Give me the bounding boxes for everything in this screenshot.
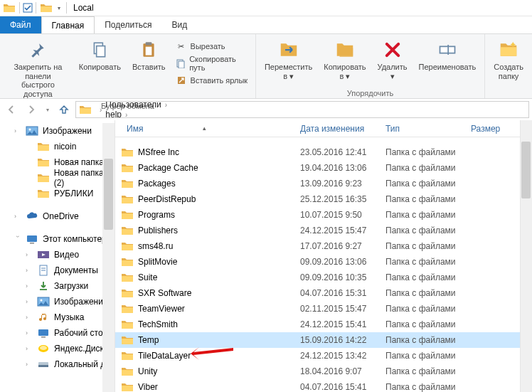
nav-item[interactable]: РУБЛИКИ (0, 186, 115, 201)
file-row[interactable]: PeerDistRepub25.12.2015 16:35Папка с фай… (115, 191, 532, 207)
tab-share[interactable]: Поделиться (95, 16, 161, 33)
file-name: Publishers (138, 226, 178, 235)
file-date: 24.12.2015 15:47 (294, 226, 380, 235)
col-name[interactable]: ▴Имя (115, 120, 294, 137)
folder-icon (79, 104, 92, 115)
nav-up-button[interactable] (55, 101, 73, 118)
breadcrumb-sep[interactable]: › (96, 106, 105, 114)
file-date: 13.09.2016 9:23 (294, 179, 380, 189)
cut-label: Вырезать (191, 42, 225, 51)
file-row[interactable] (115, 137, 532, 144)
nav-scrollbar[interactable] (102, 123, 115, 392)
file-name: sms48.ru (138, 241, 173, 251)
scissors-icon: ✂ (176, 41, 187, 52)
navigation-pane[interactable]: ›ИзображениnicoinНовая папкаНовая папка … (0, 120, 115, 392)
nav-item[interactable]: ›Загрузки (0, 278, 115, 294)
copy-path-button[interactable]: Скопировать путь (173, 54, 251, 73)
delete-button[interactable]: Удалить ▾ (373, 37, 412, 82)
nav-item-label: Документы (54, 265, 98, 275)
tab-file[interactable]: Файл (0, 16, 41, 33)
svg-rect-2 (97, 46, 105, 57)
delete-label: Удалить ▾ (378, 63, 408, 80)
qat-folder-icon[interactable] (1, 0, 17, 16)
copy-button[interactable]: Копировать (75, 37, 125, 73)
folder-icon (121, 303, 134, 314)
col-type[interactable]: Тип (380, 120, 465, 137)
file-row[interactable]: Packages13.09.2016 9:23Папка с файлами (115, 176, 532, 191)
title-bar: ▾ Local (0, 0, 532, 16)
new-folder-button[interactable]: Создать папку (489, 37, 528, 82)
file-row[interactable]: Publishers24.12.2015 15:47Папка с файлам… (115, 223, 532, 238)
file-row[interactable]: Programs10.07.2015 9:50Папка с файлами (115, 207, 532, 223)
file-type: Папка с файлами (380, 194, 465, 204)
paste-icon (137, 38, 160, 61)
red-arrow-annotation (191, 346, 236, 361)
file-name: SXR Software (138, 288, 191, 298)
file-row[interactable]: TeamViewer02.11.2015 15:47Папка с файлам… (115, 301, 532, 317)
file-row[interactable]: Viber04.07.2016 15:41Папка с файлами (115, 379, 532, 392)
col-size[interactable]: Размер (465, 120, 508, 137)
file-row[interactable]: Suite09.09.2016 10:35Папка с файлами (115, 270, 532, 285)
file-row[interactable]: Package Cache19.04.2016 13:06Папка с фай… (115, 160, 532, 176)
file-date: 10.07.2015 9:50 (294, 210, 380, 220)
svg-rect-26 (38, 365, 48, 367)
rename-button[interactable]: Переименовать (415, 37, 481, 73)
copy-to-label: Копировать в ▾ (324, 63, 366, 80)
address-bar[interactable]: › Этот компьютер›Локальный диск (C:)›Пол… (75, 101, 529, 118)
nav-item[interactable]: ›Изображения (0, 294, 115, 309)
nav-item-label: Изображения (54, 297, 107, 307)
folder-icon (37, 188, 50, 199)
folder-icon (121, 178, 134, 189)
nav-this-pc[interactable]: › Этот компьютер (0, 231, 115, 247)
qat-properties-icon[interactable] (22, 2, 33, 14)
cut-button[interactable]: ✂Вырезать (173, 40, 251, 53)
file-row[interactable]: MSfree Inc23.05.2016 12:41Папка с файлам… (115, 144, 532, 160)
qat-folder-icon-2[interactable] (38, 0, 54, 16)
nav-onedrive[interactable]: › OneDrive (0, 208, 115, 224)
move-to-button[interactable]: Переместить в ▾ (260, 37, 316, 82)
copy-to-button[interactable]: Копировать в ▾ (319, 37, 370, 82)
nav-item-label: РУБЛИКИ (54, 189, 93, 198)
file-date: 24.12.2015 15:41 (294, 319, 380, 329)
nav-item[interactable]: ›Локальный дис (0, 356, 115, 372)
window-title: Local (73, 3, 94, 13)
file-date: 19.04.2016 13:06 (294, 163, 380, 173)
nav-item[interactable]: ›Изображени (0, 123, 115, 139)
qat-dropdown-icon[interactable]: ▾ (54, 0, 64, 16)
file-row[interactable]: Unity18.04.2016 9:07Папка с файлами (115, 364, 532, 379)
nav-item[interactable]: ›Видео (0, 247, 115, 263)
file-row[interactable]: TileDataLayer24.12.2015 13:42Папка с фай… (115, 348, 532, 364)
pin-quick-access-button[interactable]: Закрепить на панели быстрого доступа (4, 37, 72, 100)
file-row[interactable]: SplitMovie09.09.2016 13:06Папка с файлам… (115, 254, 532, 270)
scrollbar-thumb[interactable] (104, 159, 113, 230)
nav-item[interactable]: ›Рабочий стол (0, 325, 115, 341)
scrollbar-thumb[interactable] (521, 142, 531, 198)
folder-icon (121, 334, 134, 346)
nav-item[interactable]: ›Музыка (0, 309, 115, 325)
breadcrumb-segment[interactable]: Пользователи› (105, 101, 196, 110)
breadcrumb-segment[interactable]: help› (105, 110, 196, 118)
paste-button[interactable]: Вставить (128, 37, 170, 73)
nav-recent-button[interactable]: ▾ (43, 101, 53, 118)
svg-rect-13 (27, 235, 37, 242)
nav-back-button[interactable] (3, 101, 20, 118)
file-date: 17.07.2016 9:27 (294, 241, 380, 251)
file-row[interactable]: Temp15.09.2016 14:22Папка с файлами (115, 332, 532, 348)
file-row[interactable]: SXR Software04.07.2016 15:31Папка с файл… (115, 285, 532, 301)
col-date[interactable]: Дата изменения (294, 120, 380, 137)
folder-icon (121, 350, 134, 361)
nav-item[interactable]: Новая папка (2) (0, 170, 115, 186)
file-row[interactable]: TechSmith24.12.2015 15:41Папка с файлами (115, 317, 532, 332)
nav-forward-button[interactable] (23, 101, 40, 118)
tab-view[interactable]: Вид (161, 16, 197, 33)
paste-shortcut-button[interactable]: Вставить ярлык (173, 74, 251, 87)
folder-icon (121, 225, 134, 236)
nav-item[interactable]: ›Документы (0, 263, 115, 278)
tab-home[interactable]: Главная (41, 16, 95, 33)
file-scrollbar[interactable] (520, 120, 532, 392)
svg-rect-4 (146, 42, 152, 45)
chevron-right-icon: › (26, 345, 33, 352)
file-row[interactable]: sms48.ru17.07.2016 9:27Папка с файлами (115, 238, 532, 254)
nav-item[interactable]: nicoin (0, 139, 115, 154)
nav-item[interactable]: ›Яндекс.Диск (0, 341, 115, 356)
